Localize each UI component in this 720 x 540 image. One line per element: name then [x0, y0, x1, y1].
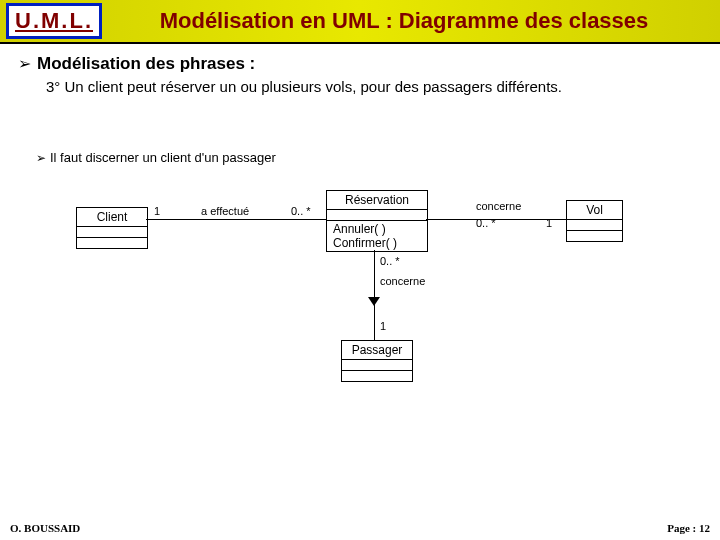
footer-page: Page : 12: [667, 522, 710, 534]
uml-attr-section: [567, 220, 622, 231]
uml-op-section: [567, 231, 622, 241]
uml-attr-section: [342, 360, 412, 371]
slide-header: U.M.L. Modélisation en UML : Diagramme d…: [0, 0, 720, 44]
bullet-title: Modélisation des phrases :: [37, 54, 255, 74]
slide-footer: O. BOUSSAID Page : 12: [0, 522, 720, 534]
uml-attr-section: [77, 227, 147, 238]
bullet-line: ➢ Modélisation des phrases :: [18, 54, 702, 74]
logo-box: U.M.L.: [6, 3, 102, 39]
bullet-subtitle: 3° Un client peut réserver un ou plusieu…: [46, 78, 702, 95]
assoc-label: concerne: [380, 275, 425, 287]
multiplicity: 0.. *: [476, 217, 496, 229]
multiplicity: 0.. *: [291, 205, 311, 217]
content-area: ➢ Modélisation des phrases : 3° Un clien…: [0, 44, 720, 405]
uml-op-section: Annuler( ) Confirmer( ): [327, 221, 427, 251]
uml-class-name: Réservation: [327, 191, 427, 210]
uml-class-vol: Vol: [566, 200, 623, 242]
assoc-line: [374, 250, 375, 340]
assoc-line: [426, 219, 566, 220]
uml-attr-section: [327, 210, 427, 221]
uml-diagram: Client Réservation Annuler( ) Confirmer(…: [36, 185, 716, 405]
uml-op-section: [342, 371, 412, 381]
multiplicity: 0.. *: [380, 255, 400, 267]
uml-class-reservation: Réservation Annuler( ) Confirmer( ): [326, 190, 428, 252]
uml-class-passager: Passager: [341, 340, 413, 382]
multiplicity: 1: [546, 217, 552, 229]
footer-author: O. BOUSSAID: [10, 522, 80, 534]
assoc-line: [146, 219, 326, 220]
uml-class-name: Passager: [342, 341, 412, 360]
uml-op: Annuler( ): [333, 222, 421, 236]
nav-arrow-icon: [368, 297, 380, 306]
multiplicity: 1: [380, 320, 386, 332]
uml-class-name: Client: [77, 208, 147, 227]
note-line: ➢ Il faut discerner un client d'un passa…: [36, 150, 702, 165]
arrow-icon: ➢: [18, 54, 31, 73]
uml-class-client: Client: [76, 207, 148, 249]
uml-op-section: [77, 238, 147, 248]
arrow-icon: ➢: [36, 151, 46, 165]
slide-title: Modélisation en UML : Diagramme des clas…: [108, 8, 720, 34]
multiplicity: 1: [154, 205, 160, 217]
uml-class-name: Vol: [567, 201, 622, 220]
assoc-label: concerne: [476, 200, 521, 212]
uml-op: Confirmer( ): [333, 236, 421, 250]
assoc-label: a effectué: [201, 205, 249, 217]
note-text: Il faut discerner un client d'un passage…: [50, 150, 276, 165]
